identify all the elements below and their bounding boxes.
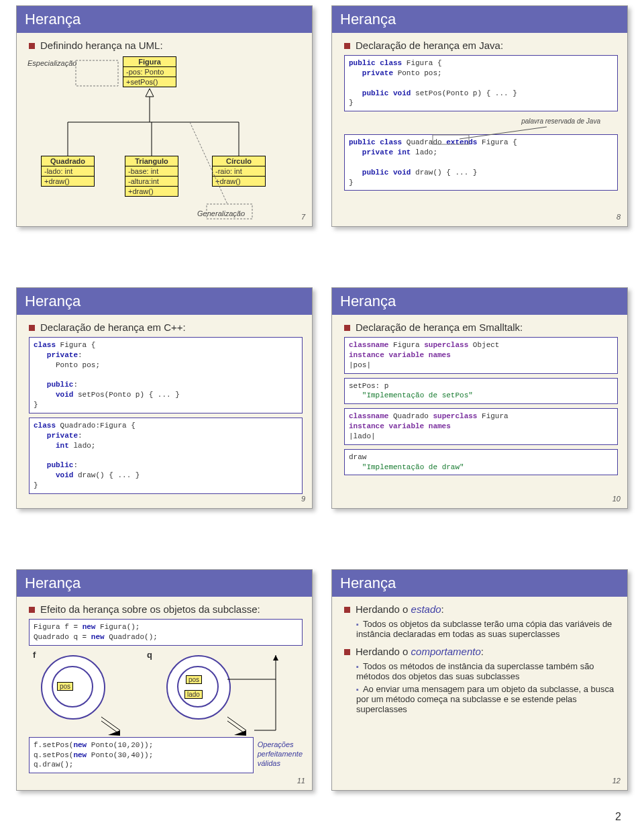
page-number: 9 [301,495,305,503]
label-q: q [147,650,152,660]
slide-8: Herança Declaração de herança em Java: p… [331,5,628,227]
code-cpp-quadrado: class Quadrado:Figura { private: int lad… [29,418,303,494]
chip-q-pos: pos [186,675,202,684]
chip-q-lado: lado [184,690,203,699]
bullet: Declaração de herança em Java: [344,40,618,51]
svg-line-13 [101,721,120,734]
ring-q-inner [177,666,219,707]
svg-marker-17 [234,730,246,736]
svg-line-12 [101,717,120,730]
svg-rect-0 [76,60,118,86]
bullet: Efeito da herança sobre os objetos da su… [29,603,303,615]
bullet: Declaração de herança em Smalltalk: [344,322,618,333]
code-st-quadrado-decl: classname Quadrado superclass Figura ins… [344,408,618,445]
sub-comp-b: Ao enviar uma mensagem para um objeto da… [356,684,618,714]
footer-page-num: 2 [16,811,628,823]
code-create-objects: Figura f = new Figura(); Quadrado q = ne… [29,619,303,646]
slide-title: Herança [17,6,312,33]
slide-title: Herança [17,288,312,315]
slide-title: Herança [332,570,627,597]
code-operations: f.setPos(new Ponto(10,20)); q.setPos(new… [29,737,254,774]
bullet: Declaração de herança em C++: [29,322,303,333]
slide-title: Herança [17,570,312,597]
bullet-estado: Herdando o estado: [344,603,618,615]
svg-marker-14 [108,730,120,736]
note-palavra-reservada: palavra reservada de Java [521,117,600,125]
slide-11: Herança Efeito da herança sobre os objet… [16,569,313,791]
code-cpp-figura: class Figura { private: Ponto pos; publi… [29,337,303,413]
slide-title: Herança [332,288,627,315]
svg-line-15 [227,717,246,730]
code-java-figura: public class Figura { private Ponto pos;… [344,55,618,111]
label-f: f [33,650,36,660]
page-number: 7 [301,213,305,221]
svg-marker-20 [273,655,278,661]
slide-10: Herança Declaração de herança em Smallta… [331,287,628,509]
uml-circulo: Círculo -raio: int +draw() [212,156,266,187]
note-operacoes-validas: Operações perfeitamente válidas [258,737,303,778]
sub-comp-a: Todos os métodos de instância da supercl… [356,661,618,681]
svg-line-16 [227,721,246,734]
chip-f-pos: pos [57,682,73,691]
page-number: 8 [616,213,621,221]
code-st-draw: draw "Implementação de draw" [344,449,618,476]
slide-12: Herança Herdando o estado: Todos os obje… [331,569,628,791]
page-number: 10 [612,495,621,503]
code-st-figura-decl: classname Figura superclass Object insta… [344,337,618,374]
code-java-quadrado: public class Quadrado extends Figura { p… [344,134,618,191]
page-number: 12 [612,777,621,785]
code-st-setpos: setPos: p "Implementação de setPos" [344,378,618,405]
note-generalizacao: Generalização [197,209,245,217]
slide-9: Herança Declaração de herança em C++: cl… [16,287,313,509]
object-diagram: f q pos pos lado [29,650,303,737]
uml-figura: Figura -pos: Ponto +setPos() [123,56,176,87]
uml-diagram: Especialização Generalização Figura -pos… [29,55,303,236]
uml-quadrado: Quadrado -lado: int +draw() [41,156,95,187]
bullet-comportamento: Herdando o comportamento: [344,646,618,657]
page-number: 11 [297,777,305,785]
slide-title: Herança [332,6,627,33]
note-especializacao: Especialização [28,59,76,67]
svg-marker-2 [146,89,154,97]
slide-7: Herança Definindo herança na UML: Especi… [16,5,313,227]
uml-triangulo: Triangulo -base: int -altura:int +draw() [125,156,178,197]
bullet: Definindo herança na UML: [29,40,303,51]
sub-estado: Todos os objetos da subclasse terão uma … [356,619,618,639]
